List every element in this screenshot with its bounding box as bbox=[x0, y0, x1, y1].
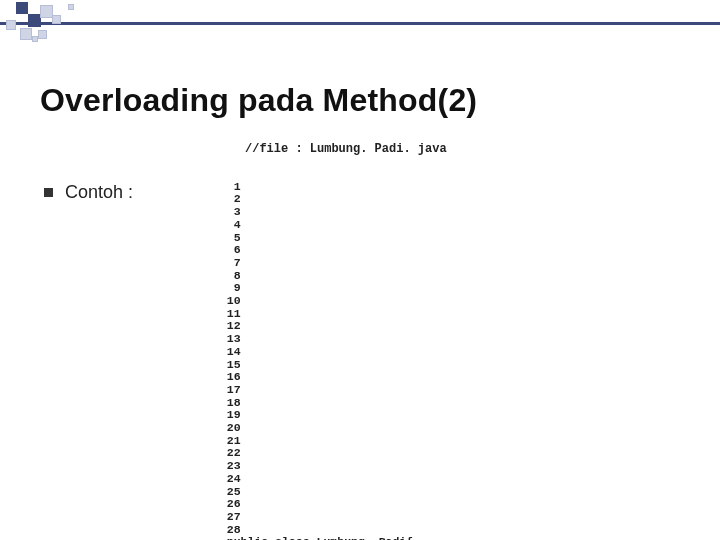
decoration-bar bbox=[0, 22, 720, 25]
bullet-row: Contoh : bbox=[44, 182, 133, 203]
code-block: 1 2 3 4 5 6 7 8 9 10 11 12 13 14 15 16 1… bbox=[213, 168, 689, 540]
slide-title: Overloading pada Method(2) bbox=[40, 82, 477, 119]
line-number-column: 1 2 3 4 5 6 7 8 9 10 11 12 13 14 15 16 1… bbox=[227, 181, 255, 537]
bullet-icon bbox=[44, 188, 53, 197]
decoration-square bbox=[52, 15, 61, 24]
decoration-square bbox=[68, 4, 74, 10]
decoration-square bbox=[32, 36, 38, 42]
file-comment: //file : Lumbung. Padi. java bbox=[245, 142, 447, 156]
decoration-square bbox=[38, 30, 47, 39]
code-column: public class Lumbung. Padi{ public int p… bbox=[227, 536, 689, 540]
bullet-label: Contoh : bbox=[65, 182, 133, 203]
slide-decoration bbox=[0, 0, 720, 48]
decoration-square bbox=[16, 2, 28, 14]
decoration-square bbox=[6, 20, 16, 30]
decoration-square bbox=[20, 28, 32, 40]
